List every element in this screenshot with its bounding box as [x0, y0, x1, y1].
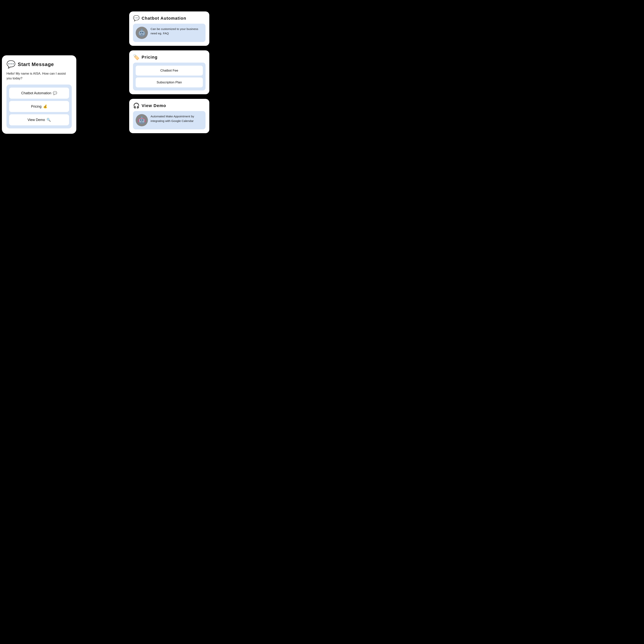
view-demo-btn-label: View Demo [27, 118, 45, 122]
chatbot-card-header: 💬 Chatbot Automation [133, 16, 206, 21]
view-demo-card: 🎧 View Demo Automated Ma [129, 99, 209, 133]
chatbot-card-body: Can be customized to your business need … [133, 24, 206, 42]
view-demo-btn-icon: 🔍 [47, 118, 51, 122]
svg-rect-16 [138, 120, 139, 122]
pricing-card: 🏷️ Pricing Chatbot Fee Subscription Plan [129, 50, 209, 94]
svg-point-6 [141, 29, 142, 30]
pricing-card-body: Chatbot Fee Subscription Plan [133, 63, 206, 90]
qa-icon: 💬 [6, 61, 15, 68]
chatbot-automation-button[interactable]: Chatbot Automation 💬 [9, 88, 69, 99]
start-message-panel: 💬 Start Message Hello! My name is AISA. … [2, 55, 76, 134]
pricing-card-icon: 🏷️ [133, 55, 140, 60]
start-message-header: 💬 Start Message [6, 61, 72, 68]
chatbot-fee-option[interactable]: Chatbot Fee [136, 66, 203, 76]
menu-options-bg: Chatbot Automation 💬 Pricing 💰 View Demo… [6, 85, 72, 128]
svg-rect-7 [139, 32, 139, 34]
chatbot-card-title: Chatbot Automation [142, 16, 186, 21]
chatbot-automation-card: 💬 Chatbot Automation Can be customize [129, 11, 209, 46]
svg-rect-17 [144, 120, 146, 122]
subscription-plan-option[interactable]: Subscription Plan [136, 77, 203, 87]
pricing-btn-label: Pricing [31, 105, 41, 109]
svg-rect-5 [141, 30, 143, 31]
greeting-text: Hello! My name is AISA. How can I assist… [6, 71, 72, 81]
pricing-card-header: 🏷️ Pricing [133, 55, 206, 60]
demo-robot-avatar [136, 114, 148, 126]
start-message-title: Start Message [18, 61, 54, 67]
view-demo-card-header: 🎧 View Demo [133, 103, 206, 108]
view-demo-card-title: View Demo [142, 103, 166, 108]
svg-rect-13 [141, 122, 143, 122]
svg-rect-3 [142, 32, 143, 33]
chatbot-btn-icon: 💬 [53, 91, 57, 95]
view-demo-button[interactable]: View Demo 🔍 [9, 114, 69, 125]
svg-rect-4 [141, 34, 143, 35]
pricing-button[interactable]: Pricing 💰 [9, 101, 69, 112]
demo-description: Automated Make Appointment by integratin… [151, 114, 203, 123]
chatbot-card-icon: 💬 [133, 16, 140, 21]
chatbot-robot-avatar [136, 27, 148, 39]
chatbot-btn-label: Chatbot Automation [21, 91, 51, 95]
view-demo-card-icon: 🎧 [133, 103, 140, 108]
right-column: 💬 Chatbot Automation Can be customize [129, 11, 209, 133]
view-demo-card-body: Automated Make Appointment by integratin… [133, 111, 206, 129]
chatbot-description: Can be customized to your business need … [151, 27, 203, 36]
svg-rect-12 [142, 119, 143, 121]
pricing-card-title: Pricing [142, 55, 158, 60]
svg-rect-8 [144, 32, 145, 34]
svg-rect-11 [140, 119, 141, 121]
pricing-btn-icon: 💰 [43, 104, 47, 109]
svg-point-15 [141, 116, 142, 117]
svg-rect-2 [140, 32, 141, 33]
